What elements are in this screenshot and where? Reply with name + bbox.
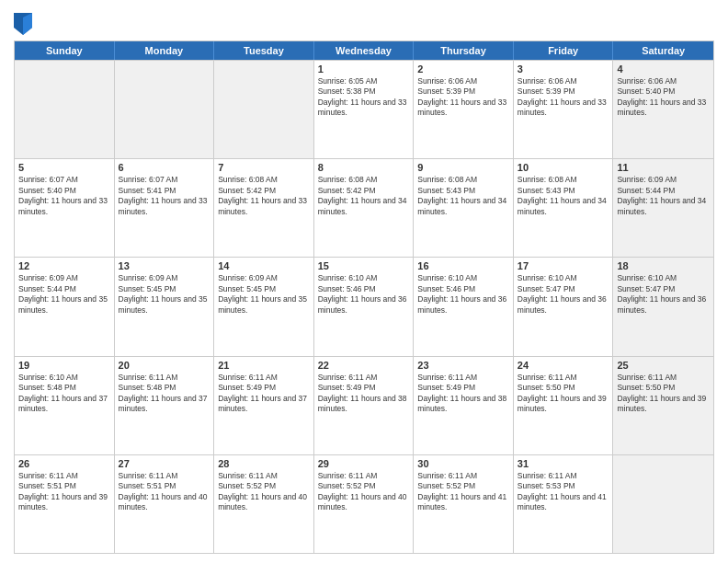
cal-cell-1: 1Sunrise: 6:05 AM Sunset: 5:38 PM Daylig… bbox=[314, 61, 415, 158]
cal-cell-25: 25Sunrise: 6:11 AM Sunset: 5:50 PM Dayli… bbox=[613, 357, 713, 454]
cal-cell-14: 14Sunrise: 6:09 AM Sunset: 5:45 PM Dayli… bbox=[214, 258, 314, 355]
cal-cell-empty bbox=[214, 61, 314, 158]
header-day-friday: Friday bbox=[514, 41, 614, 60]
calendar-header: SundayMondayTuesdayWednesdayThursdayFrid… bbox=[15, 41, 713, 60]
cal-cell-30: 30Sunrise: 6:11 AM Sunset: 5:52 PM Dayli… bbox=[414, 455, 514, 553]
cal-cell-16: 16Sunrise: 6:10 AM Sunset: 5:46 PM Dayli… bbox=[414, 258, 514, 355]
calendar: SundayMondayTuesdayWednesdayThursdayFrid… bbox=[14, 40, 714, 554]
cal-cell-5: 5Sunrise: 6:07 AM Sunset: 5:40 PM Daylig… bbox=[15, 159, 115, 257]
day-number: 24 bbox=[518, 360, 609, 371]
cell-info: Sunrise: 6:05 AM Sunset: 5:38 PM Dayligh… bbox=[318, 76, 410, 119]
cell-info: Sunrise: 6:11 AM Sunset: 5:51 PM Dayligh… bbox=[18, 471, 110, 513]
day-number: 9 bbox=[417, 162, 509, 173]
day-number: 5 bbox=[18, 162, 110, 173]
cal-cell-2: 2Sunrise: 6:06 AM Sunset: 5:39 PM Daylig… bbox=[414, 61, 514, 158]
cal-cell-10: 10Sunrise: 6:08 AM Sunset: 5:43 PM Dayli… bbox=[514, 159, 614, 257]
cell-info: Sunrise: 6:11 AM Sunset: 5:51 PM Dayligh… bbox=[119, 471, 210, 513]
cal-cell-6: 6Sunrise: 6:07 AM Sunset: 5:41 PM Daylig… bbox=[115, 159, 215, 257]
cell-info: Sunrise: 6:07 AM Sunset: 5:40 PM Dayligh… bbox=[18, 175, 110, 217]
header-day-tuesday: Tuesday bbox=[214, 41, 314, 60]
day-number: 26 bbox=[18, 458, 110, 469]
cal-cell-15: 15Sunrise: 6:10 AM Sunset: 5:46 PM Dayli… bbox=[314, 258, 415, 355]
cell-info: Sunrise: 6:07 AM Sunset: 5:41 PM Dayligh… bbox=[119, 175, 210, 217]
day-number: 17 bbox=[518, 260, 609, 271]
cal-cell-27: 27Sunrise: 6:11 AM Sunset: 5:51 PM Dayli… bbox=[115, 455, 215, 553]
cal-cell-31: 31Sunrise: 6:11 AM Sunset: 5:53 PM Dayli… bbox=[514, 455, 614, 553]
cell-info: Sunrise: 6:11 AM Sunset: 5:48 PM Dayligh… bbox=[119, 373, 210, 415]
calendar-row-1: 1Sunrise: 6:05 AM Sunset: 5:38 PM Daylig… bbox=[15, 60, 713, 158]
cal-cell-9: 9Sunrise: 6:08 AM Sunset: 5:43 PM Daylig… bbox=[414, 159, 514, 257]
cell-info: Sunrise: 6:09 AM Sunset: 5:44 PM Dayligh… bbox=[617, 175, 710, 217]
day-number: 30 bbox=[417, 458, 509, 469]
cell-info: Sunrise: 6:11 AM Sunset: 5:52 PM Dayligh… bbox=[218, 471, 310, 513]
cal-cell-19: 19Sunrise: 6:10 AM Sunset: 5:48 PM Dayli… bbox=[15, 357, 115, 454]
day-number: 28 bbox=[218, 458, 310, 469]
day-number: 11 bbox=[617, 162, 710, 173]
cell-info: Sunrise: 6:09 AM Sunset: 5:44 PM Dayligh… bbox=[18, 273, 110, 316]
day-number: 22 bbox=[318, 360, 410, 371]
day-number: 1 bbox=[318, 63, 410, 75]
day-number: 25 bbox=[617, 360, 710, 371]
cell-info: Sunrise: 6:10 AM Sunset: 5:46 PM Dayligh… bbox=[417, 273, 509, 316]
cell-info: Sunrise: 6:11 AM Sunset: 5:49 PM Dayligh… bbox=[318, 373, 410, 415]
cal-cell-17: 17Sunrise: 6:10 AM Sunset: 5:47 PM Dayli… bbox=[514, 258, 614, 355]
cell-info: Sunrise: 6:10 AM Sunset: 5:47 PM Dayligh… bbox=[518, 273, 609, 316]
day-number: 23 bbox=[417, 360, 509, 371]
cell-info: Sunrise: 6:11 AM Sunset: 5:49 PM Dayligh… bbox=[218, 373, 310, 415]
day-number: 31 bbox=[518, 458, 609, 469]
day-number: 19 bbox=[18, 360, 110, 371]
day-number: 15 bbox=[318, 260, 410, 271]
day-number: 12 bbox=[18, 260, 110, 271]
day-number: 27 bbox=[119, 458, 210, 469]
calendar-row-3: 12Sunrise: 6:09 AM Sunset: 5:44 PM Dayli… bbox=[15, 257, 713, 355]
cell-info: Sunrise: 6:10 AM Sunset: 5:48 PM Dayligh… bbox=[18, 373, 110, 415]
cal-cell-12: 12Sunrise: 6:09 AM Sunset: 5:44 PM Dayli… bbox=[15, 258, 115, 355]
day-number: 29 bbox=[318, 458, 410, 469]
cell-info: Sunrise: 6:11 AM Sunset: 5:52 PM Dayligh… bbox=[318, 471, 410, 513]
cal-cell-24: 24Sunrise: 6:11 AM Sunset: 5:50 PM Dayli… bbox=[514, 357, 614, 454]
header-day-sunday: Sunday bbox=[15, 41, 115, 60]
day-number: 18 bbox=[617, 260, 710, 271]
cal-cell-7: 7Sunrise: 6:08 AM Sunset: 5:42 PM Daylig… bbox=[214, 159, 314, 257]
cell-info: Sunrise: 6:06 AM Sunset: 5:40 PM Dayligh… bbox=[617, 76, 710, 119]
cell-info: Sunrise: 6:10 AM Sunset: 5:46 PM Dayligh… bbox=[318, 273, 410, 316]
day-number: 20 bbox=[119, 360, 210, 371]
day-number: 21 bbox=[218, 360, 310, 371]
cell-info: Sunrise: 6:08 AM Sunset: 5:43 PM Dayligh… bbox=[417, 175, 509, 217]
calendar-row-2: 5Sunrise: 6:07 AM Sunset: 5:40 PM Daylig… bbox=[15, 158, 713, 257]
cal-cell-empty bbox=[115, 61, 215, 158]
cell-info: Sunrise: 6:06 AM Sunset: 5:39 PM Dayligh… bbox=[518, 76, 609, 119]
cell-info: Sunrise: 6:08 AM Sunset: 5:42 PM Dayligh… bbox=[218, 175, 310, 217]
day-number: 2 bbox=[417, 63, 509, 75]
cal-cell-11: 11Sunrise: 6:09 AM Sunset: 5:44 PM Dayli… bbox=[613, 159, 713, 257]
day-number: 13 bbox=[119, 260, 210, 271]
cal-cell-8: 8Sunrise: 6:08 AM Sunset: 5:42 PM Daylig… bbox=[314, 159, 415, 257]
cal-cell-empty bbox=[15, 61, 115, 158]
cal-cell-13: 13Sunrise: 6:09 AM Sunset: 5:45 PM Dayli… bbox=[115, 258, 215, 355]
cal-cell-22: 22Sunrise: 6:11 AM Sunset: 5:49 PM Dayli… bbox=[314, 357, 415, 454]
cell-info: Sunrise: 6:08 AM Sunset: 5:42 PM Dayligh… bbox=[318, 175, 410, 217]
header-day-thursday: Thursday bbox=[414, 41, 514, 60]
cal-cell-29: 29Sunrise: 6:11 AM Sunset: 5:52 PM Dayli… bbox=[314, 455, 415, 553]
day-number: 4 bbox=[617, 63, 710, 75]
cal-cell-20: 20Sunrise: 6:11 AM Sunset: 5:48 PM Dayli… bbox=[115, 357, 215, 454]
day-number: 14 bbox=[218, 260, 310, 271]
calendar-row-4: 19Sunrise: 6:10 AM Sunset: 5:48 PM Dayli… bbox=[15, 356, 713, 454]
cell-info: Sunrise: 6:06 AM Sunset: 5:39 PM Dayligh… bbox=[417, 76, 509, 119]
cal-cell-18: 18Sunrise: 6:10 AM Sunset: 5:47 PM Dayli… bbox=[613, 258, 713, 355]
page: SundayMondayTuesdayWednesdayThursdayFrid… bbox=[0, 0, 728, 563]
calendar-body: 1Sunrise: 6:05 AM Sunset: 5:38 PM Daylig… bbox=[15, 60, 713, 553]
cell-info: Sunrise: 6:11 AM Sunset: 5:49 PM Dayligh… bbox=[417, 373, 509, 415]
cell-info: Sunrise: 6:11 AM Sunset: 5:53 PM Dayligh… bbox=[518, 471, 609, 513]
day-number: 10 bbox=[518, 162, 609, 173]
cal-cell-28: 28Sunrise: 6:11 AM Sunset: 5:52 PM Dayli… bbox=[214, 455, 314, 553]
day-number: 6 bbox=[119, 162, 210, 173]
cal-cell-21: 21Sunrise: 6:11 AM Sunset: 5:49 PM Dayli… bbox=[214, 357, 314, 454]
cell-info: Sunrise: 6:09 AM Sunset: 5:45 PM Dayligh… bbox=[119, 273, 210, 316]
header-day-monday: Monday bbox=[115, 41, 215, 60]
cell-info: Sunrise: 6:11 AM Sunset: 5:50 PM Dayligh… bbox=[617, 373, 710, 415]
header-day-saturday: Saturday bbox=[613, 41, 713, 60]
header bbox=[14, 9, 714, 35]
cell-info: Sunrise: 6:08 AM Sunset: 5:43 PM Dayligh… bbox=[518, 175, 609, 217]
cal-cell-3: 3Sunrise: 6:06 AM Sunset: 5:39 PM Daylig… bbox=[514, 61, 614, 158]
